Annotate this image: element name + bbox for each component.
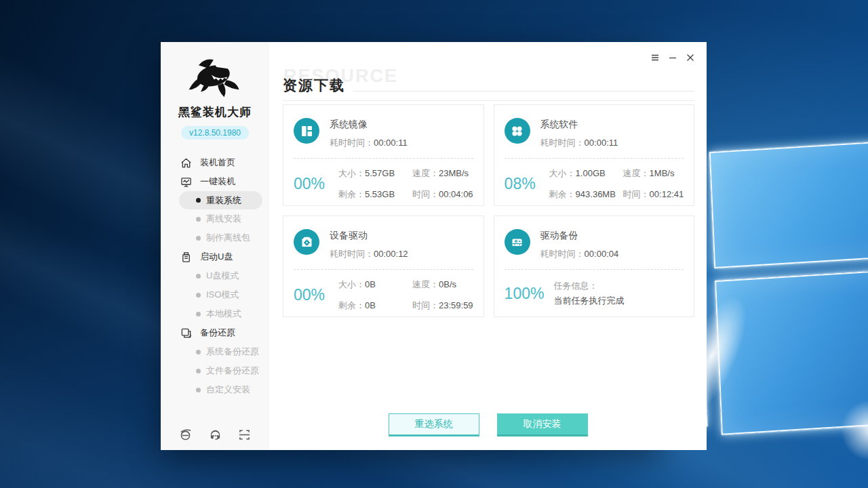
sidebar-item-install-home[interactable]: 装机首页 [161,153,269,172]
stat-value: 5.53GB [365,189,395,199]
download-cards: 系统镜像 耗时时间：00:00:11 00% 大小：5.57GB 速度：23MB… [283,104,694,317]
stat-label: 时间： [412,300,439,310]
sidebar-item-iso-mode[interactable]: ISO模式 [161,285,269,304]
stat-label: 时间： [412,189,439,199]
sidebar-item-reinstall-system[interactable]: 重装系统 [179,191,262,209]
bullet-icon [196,217,201,222]
ie-browser-icon[interactable] [179,428,192,441]
elapsed-value: 00:00:04 [585,249,619,259]
desktop-wallpaper: 黑鲨装机大师 v12.8.50.1980 装机首页 一键装机 重装系统 离线安 [0,0,868,488]
stat-label: 剩余： [338,189,365,199]
stat-label: 大小： [338,168,365,178]
sidebar-item-backup-restore[interactable]: 备份还原 [161,323,269,342]
bullet-icon [196,350,201,354]
sidebar-item-make-offline-pack[interactable]: 制作离线包 [161,228,269,247]
elapsed-value: 00:00:11 [374,138,408,148]
stat-label: 速度： [412,279,439,289]
stat-value: 5.57GB [365,168,395,178]
stat-value: 1MB/s [650,168,675,178]
menu-icon[interactable] [649,52,660,63]
device-driver-icon [294,229,319,255]
reselect-system-button[interactable]: 重选系统 [389,413,479,436]
progress-percent: 00% [294,286,329,304]
card-title: 系统镜像 [330,119,408,131]
windows-logo-pane [715,270,868,435]
app-title: 黑鲨装机大师 [178,104,252,120]
stat-value: 23:59:59 [439,300,473,310]
sidebar-item-system-backup-restore[interactable]: 系统备份还原 [161,342,269,361]
elapsed-label: 耗时时间： [330,249,374,259]
card-system-image: 系统镜像 耗时时间：00:00:11 00% 大小：5.57GB 速度：23MB… [283,104,484,206]
progress-percent: 08% [505,175,540,193]
stat-label: 剩余： [549,189,576,199]
sidebar-item-one-key-install[interactable]: 一键装机 [161,172,269,191]
card-title: 设备驱动 [330,230,408,242]
stat-label: 时间： [623,189,650,199]
sidebar-item-label: 制作离线包 [206,232,250,244]
customer-service-icon[interactable] [209,428,222,441]
stat-label: 速度： [623,168,650,178]
card-title: 驱动备份 [540,230,619,242]
bullet-icon [196,274,201,279]
window-controls [649,52,696,63]
elapsed-label: 耗时时间： [540,249,585,259]
sidebar-item-label: ISO模式 [206,289,239,301]
backup-restore-icon [180,327,192,339]
card-system-software: 系统软件 耗时时间：00:00:11 08% 大小：1.00GB 速度：1MB/… [494,104,695,206]
main-panel: RESOURCE 资源下载 [269,42,707,450]
stat-value: 0B [365,279,376,289]
progress-percent: 100% [505,285,545,303]
title-underline [353,91,694,92]
elapsed-label: 耗时时间： [330,138,374,148]
sidebar-item-usb-mode[interactable]: U盘模式 [161,266,269,285]
app-window: 黑鲨装机大师 v12.8.50.1980 装机首页 一键装机 重装系统 离线安 [161,42,663,450]
title-divider [283,100,694,101]
sidebar-item-boot-usb[interactable]: 启动U盘 [161,247,269,266]
sidebar-item-file-backup-restore[interactable]: 文件备份还原 [161,361,269,380]
stat-value: 1.00GB [576,168,606,178]
sidebar-item-label: 自定义安装 [206,384,250,396]
task-info-label: 任务信息： [553,279,624,293]
monitor-icon [180,176,192,188]
system-image-icon [294,118,319,144]
sidebar-item-label: U盘模式 [206,270,239,282]
card-device-driver: 设备驱动 耗时时间：00:00:12 00% 大小：0B 速度：0B/s 剩余：… [283,216,484,317]
stat-label: 剩余： [338,300,365,310]
bullet-icon [196,236,201,241]
sidebar-item-label: 启动U盘 [200,251,233,263]
progress-percent: 00% [294,175,329,193]
stat-label: 大小： [338,279,365,289]
stat-label: 大小： [549,168,576,178]
usb-drive-icon [180,251,192,263]
stat-value: 23MB/s [439,168,469,178]
sidebar-item-label: 一键装机 [200,176,235,188]
version-badge: v12.8.50.1980 [181,126,249,140]
bullet-icon [196,388,201,392]
scan-icon[interactable] [238,428,251,441]
bullet-icon [196,369,201,373]
card-title: 系统软件 [540,119,618,131]
sidebar-item-label: 备份还原 [200,327,235,339]
cancel-install-button[interactable]: 取消安装 [497,413,588,436]
bullet-icon [196,198,201,203]
stat-value: 00:04:06 [439,189,473,199]
stat-value: 00:12:41 [650,189,684,199]
sidebar-item-offline-install[interactable]: 离线安装 [161,209,269,228]
sidebar-item-custom-install[interactable]: 自定义安装 [161,380,269,399]
page-title: 资源下载 [283,76,345,95]
elapsed-value: 00:00:12 [374,249,408,259]
footer-buttons: 重选系统 取消安装 [269,413,707,436]
stat-value: 943.36MB [576,189,616,199]
sidebar-item-local-mode[interactable]: 本地模式 [161,304,269,323]
windows-logo-pane [709,141,868,268]
minimize-icon[interactable] [667,52,678,63]
stat-value: 0B/s [439,279,456,289]
system-software-icon [505,118,530,144]
sidebar: 黑鲨装机大师 v12.8.50.1980 装机首页 一键装机 重装系统 离线安 [161,42,269,450]
close-icon[interactable] [684,52,696,63]
elapsed-value: 00:00:11 [585,138,618,148]
bullet-icon [196,293,201,298]
home-icon [180,157,192,169]
shark-logo-icon [186,56,244,100]
sidebar-item-label: 本地模式 [206,308,241,320]
